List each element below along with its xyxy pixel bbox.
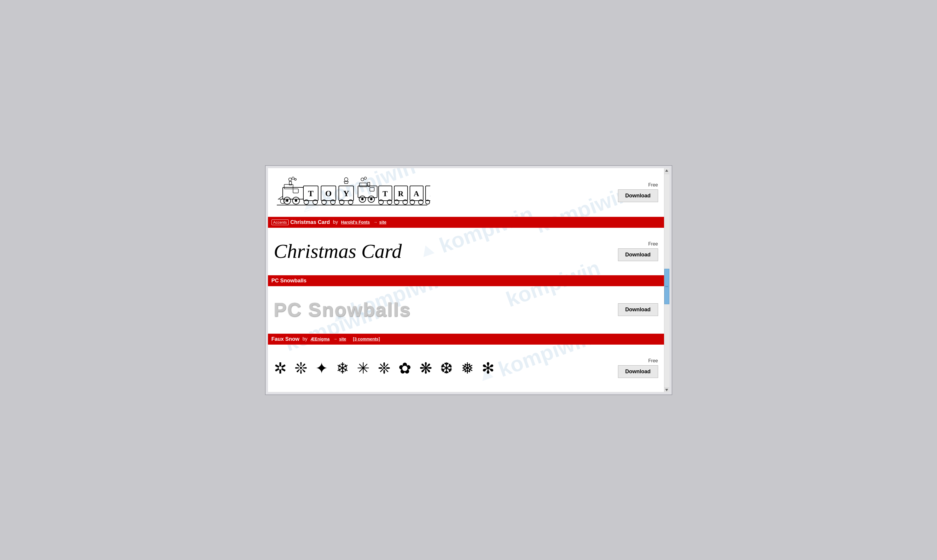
svg-point-27 xyxy=(345,178,348,181)
christmas-card-site-link[interactable]: site xyxy=(379,220,386,225)
scrollbar-down-button[interactable] xyxy=(664,388,669,392)
christmas-card-by: by xyxy=(332,220,339,225)
font-entry-christmas-card: Accents Christmas Card by Harold's Fonts… xyxy=(268,217,664,275)
font-entry-faux-snow: Faux Snow by ÆEnigma → site [3 comments]… xyxy=(268,334,664,392)
scrollbar-up-button[interactable] xyxy=(664,169,669,174)
svg-text:O: O xyxy=(325,189,332,198)
pc-snowballs-preview-image: PC Snowballs xyxy=(274,298,618,321)
faux-snow-preview-area: ✲ ❊ ✦ ❄ ✳ ❈ ✿ ❋ ❆ ❅ ✻ Free Download xyxy=(268,345,664,392)
pc-snowballs-download-button[interactable]: Download xyxy=(618,303,658,316)
svg-point-41 xyxy=(370,198,372,200)
svg-point-8 xyxy=(294,178,296,180)
svg-point-32 xyxy=(361,178,364,181)
faux-snow-preview-image: ✲ ❊ ✦ ❄ ✳ ❈ ✿ ❋ ❆ ❅ ✻ xyxy=(274,359,618,377)
svg-text:A: A xyxy=(414,189,419,198)
pc-snowballs-title: PC Snowballs xyxy=(271,278,307,284)
svg-text:R: R xyxy=(398,189,403,198)
faux-snow-free-label: Free xyxy=(648,358,658,363)
faux-snow-arrow-icon: → xyxy=(333,337,337,342)
pc-snowballs-font-sample: PC Snowballs xyxy=(274,299,411,320)
svg-rect-37 xyxy=(370,187,374,191)
scrollbar-grip xyxy=(665,286,668,287)
svg-text:T: T xyxy=(383,189,388,198)
faux-snow-download-button[interactable]: Download xyxy=(618,365,658,378)
svg-text:I: I xyxy=(430,190,430,198)
svg-point-14 xyxy=(286,200,288,202)
font-entry-toy-train: T O xyxy=(268,168,664,217)
scrollbar[interactable] xyxy=(664,168,669,392)
svg-text:T: T xyxy=(308,189,314,198)
toy-train-download-area: Free Download xyxy=(618,182,658,202)
faux-snow-title: Faux Snow xyxy=(271,336,300,342)
svg-point-6 xyxy=(289,178,292,181)
christmas-card-free-label: Free xyxy=(648,242,658,247)
christmas-card-download-button[interactable]: Download xyxy=(618,248,658,261)
content-area: T O xyxy=(268,168,664,392)
toy-train-download-button[interactable]: Download xyxy=(618,189,658,202)
toy-train-image: T O xyxy=(274,174,430,209)
site-arrow-icon: → xyxy=(373,220,377,225)
browser-content: kompiwin kompiwin kompiwin kompiwin xyxy=(268,168,669,392)
toy-train-free-label: Free xyxy=(648,182,658,188)
christmas-card-font-sample: Christmas Card xyxy=(274,240,402,262)
browser-window: kompiwin kompiwin kompiwin kompiwin xyxy=(265,165,672,395)
christmas-card-download-area: Free Download xyxy=(618,242,658,261)
svg-point-39 xyxy=(361,198,363,200)
svg-point-17 xyxy=(280,199,285,203)
aenigma-link[interactable]: ÆEnigma xyxy=(311,337,330,342)
pc-snowballs-preview-area: PC Snowballs Download xyxy=(268,286,664,334)
svg-rect-54 xyxy=(426,186,430,201)
harrolds-fonts-link[interactable]: Harold's Fonts xyxy=(341,220,370,225)
faux-snow-font-sample: ✲ ❊ ✦ ❄ ✳ ❈ ✿ ❋ ❆ ❅ ✻ xyxy=(274,360,496,377)
svg-rect-35 xyxy=(360,183,367,187)
svg-point-33 xyxy=(364,177,366,179)
pc-snowballs-header: PC Snowballs xyxy=(268,275,664,286)
faux-snow-download-area: Free Download xyxy=(618,358,658,378)
christmas-card-title: Christmas Card xyxy=(291,219,330,225)
svg-rect-12 xyxy=(293,189,298,193)
pc-snowballs-download-area: Download xyxy=(618,303,658,316)
faux-snow-by: by xyxy=(301,336,309,342)
scrollbar-thumb[interactable] xyxy=(664,269,669,304)
faux-snow-comments-link[interactable]: [3 comments] xyxy=(353,337,380,342)
accents-tag: Accents xyxy=(271,220,289,225)
christmas-card-header: Accents Christmas Card by Harold's Fonts… xyxy=(268,217,664,228)
christmas-card-preview-area: Christmas Card Free Download xyxy=(268,228,664,275)
font-entry-pc-snowballs: PC Snowballs PC Snowballs Download xyxy=(268,275,664,334)
svg-point-16 xyxy=(295,200,297,202)
svg-text:Y: Y xyxy=(343,189,349,198)
faux-snow-header: Faux Snow by ÆEnigma → site [3 comments] xyxy=(268,334,664,345)
toy-train-preview: T O xyxy=(274,174,618,211)
faux-snow-spacer xyxy=(350,336,351,342)
christmas-card-preview-image: Christmas Card xyxy=(274,240,618,263)
svg-point-7 xyxy=(292,177,294,179)
faux-snow-site-link[interactable]: site xyxy=(339,337,346,342)
